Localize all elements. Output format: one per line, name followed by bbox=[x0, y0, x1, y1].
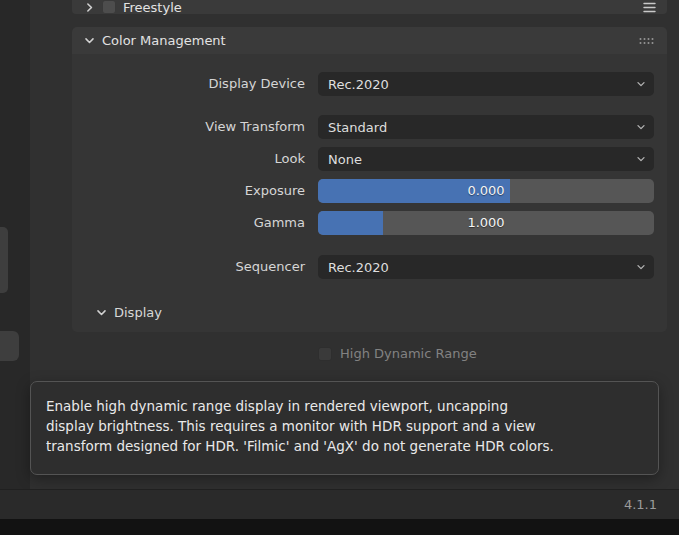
blender-properties-editor: Freestyle Color Management Display Devic… bbox=[0, 0, 679, 535]
sequencer-dropdown[interactable]: Rec.2020 bbox=[318, 255, 654, 279]
panel-header-freestyle[interactable]: Freestyle bbox=[72, 0, 667, 14]
panel-header-color-management[interactable]: Color Management bbox=[72, 27, 667, 54]
subpanel-header-display[interactable]: Display bbox=[96, 300, 162, 324]
display-device-label: Display Device bbox=[72, 72, 305, 96]
view-transform-dropdown[interactable]: Standard bbox=[318, 115, 654, 139]
sequencer-label: Sequencer bbox=[72, 255, 305, 279]
look-dropdown[interactable]: None bbox=[318, 147, 654, 171]
chevron-down-icon[interactable] bbox=[84, 35, 95, 46]
display-subpanel-label: Display bbox=[114, 305, 162, 320]
chevron-down-icon bbox=[636, 79, 646, 89]
look-label: Look bbox=[72, 147, 305, 171]
gamma-value: 1.000 bbox=[318, 211, 654, 235]
tooltip-line: transform designed for HDR. 'Filmic' and… bbox=[46, 436, 643, 456]
status-bar: 4.1.1 bbox=[0, 489, 679, 519]
color-management-panel-label: Color Management bbox=[102, 33, 226, 48]
chevron-right-icon[interactable] bbox=[84, 2, 95, 13]
high-dynamic-range-label: High Dynamic Range bbox=[340, 344, 477, 364]
exposure-slider[interactable]: 0.000 bbox=[318, 179, 654, 203]
exposure-value: 0.000 bbox=[318, 179, 654, 203]
tooltip-line: Enable high dynamic range display in ren… bbox=[46, 396, 643, 416]
look-value: None bbox=[328, 152, 636, 167]
gamma-label: Gamma bbox=[72, 211, 305, 235]
version-text: 4.1.1 bbox=[624, 490, 657, 520]
display-device-dropdown[interactable]: Rec.2020 bbox=[318, 72, 654, 96]
drag-grip-icon[interactable] bbox=[638, 36, 655, 46]
tooltip-line: display brightness. This requires a moni… bbox=[46, 416, 643, 436]
menu-hamburger-icon[interactable] bbox=[643, 2, 656, 13]
chevron-down-icon[interactable] bbox=[96, 307, 107, 318]
chevron-down-icon bbox=[636, 262, 646, 272]
view-transform-value: Standard bbox=[328, 120, 636, 135]
properties-nav-strip bbox=[0, 0, 30, 489]
display-device-value: Rec.2020 bbox=[328, 77, 636, 92]
freestyle-panel-label: Freestyle bbox=[123, 0, 182, 15]
high-dynamic-range-checkbox[interactable] bbox=[318, 347, 332, 361]
exposure-label: Exposure bbox=[72, 179, 305, 203]
gamma-slider[interactable]: 1.000 bbox=[318, 211, 654, 235]
window-bottom-edge bbox=[0, 519, 679, 535]
view-transform-label: View Transform bbox=[72, 115, 305, 139]
chevron-down-icon bbox=[636, 154, 646, 164]
freestyle-checkbox[interactable] bbox=[102, 0, 116, 14]
nav-tab-icon[interactable] bbox=[0, 331, 19, 361]
chevron-down-icon bbox=[636, 122, 646, 132]
tooltip: Enable high dynamic range display in ren… bbox=[30, 381, 659, 475]
sequencer-value: Rec.2020 bbox=[328, 260, 636, 275]
nav-tab-icon[interactable] bbox=[0, 227, 8, 293]
